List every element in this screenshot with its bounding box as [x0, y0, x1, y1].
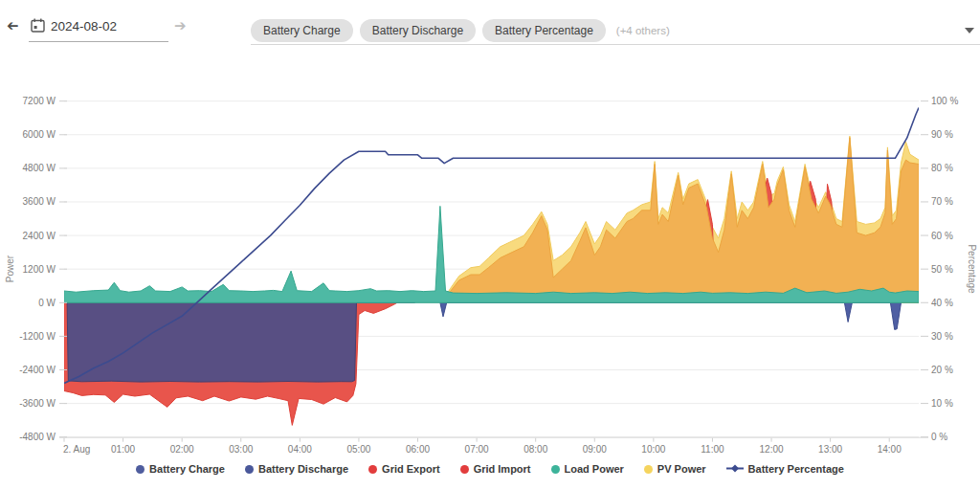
legend-item-battery-discharge[interactable]: Battery Discharge — [245, 463, 348, 475]
x-tick-label: 11:00 — [701, 444, 724, 455]
legend-line-marker-battery-percentage — [726, 463, 744, 475]
legend-dot-load-power — [551, 465, 560, 474]
legend-item-battery-charge[interactable]: Battery Charge — [136, 463, 225, 475]
x-tick-label: 05:00 — [346, 444, 370, 455]
legend-item-load-power[interactable]: Load Power — [551, 463, 624, 475]
x-tick-label: 07:00 — [465, 444, 489, 455]
y-left-tick-label: 6000 W — [23, 129, 56, 140]
y-right-tick-label: 50 % — [931, 264, 953, 275]
y-right-tick-label: 10 % — [931, 398, 953, 409]
legend-item-battery-percentage[interactable]: Battery Percentage — [726, 463, 844, 475]
chart-legend: Battery ChargeBattery DischargeGrid Expo… — [0, 463, 980, 475]
legend-label-battery-charge: Battery Charge — [149, 463, 225, 475]
x-tick-label: 10:00 — [641, 444, 665, 455]
legend-label-pv-power: PV Power — [657, 463, 706, 475]
y-left-tick-label: 0 W — [38, 298, 56, 308]
x-tick-label: 13:00 — [818, 444, 842, 455]
y-left-tick-label: 7200 W — [23, 96, 56, 106]
series-layer — [64, 108, 919, 426]
legend-item-grid-import[interactable]: Grid Import — [460, 463, 531, 475]
x-tick-label: 04:00 — [288, 444, 312, 455]
x-tick-label: 14:00 — [878, 444, 902, 455]
legend-item-grid-export[interactable]: Grid Export — [368, 463, 440, 475]
y-right-tick-label: 100 % — [931, 96, 958, 106]
legend-dot-battery-discharge — [245, 465, 254, 474]
legend-label-grid-import: Grid Import — [474, 463, 531, 475]
y-right-tick-label: 90 % — [931, 129, 953, 140]
y-right-axis-title: Percentage — [967, 244, 977, 294]
y-right-tick-label: 60 % — [931, 231, 953, 241]
x-tick-label: 08:00 — [523, 444, 547, 455]
y-right-tick-label: 0 % — [931, 432, 947, 442]
legend-item-pv-power[interactable]: PV Power — [644, 463, 706, 475]
legend-dot-battery-charge — [136, 465, 145, 474]
y-right-tick-label: 40 % — [931, 298, 953, 308]
legend-label-load-power: Load Power — [565, 463, 624, 475]
x-tick-label: 09:00 — [583, 444, 607, 455]
energy-dashboard: ➔ 2024-08-02 ➔ Battery ChargeBattery Dis… — [0, 0, 980, 489]
x-tick-label: 03:00 — [229, 444, 253, 455]
chart-canvas: 7200 W6000 W4800 W3600 W2400 W1200 W0 W-… — [0, 0, 980, 489]
legend-dot-grid-export — [368, 465, 377, 474]
legend-label-grid-export: Grid Export — [382, 463, 440, 475]
legend-dot-grid-import — [460, 465, 469, 474]
y-right-tick-label: 30 % — [931, 331, 953, 342]
x-tick-label: 01:00 — [111, 444, 135, 455]
x-tick-label: 2. Aug — [63, 444, 90, 455]
y-left-tick-label: -3600 W — [19, 398, 56, 409]
legend-dot-pv-power — [644, 465, 653, 474]
y-left-tick-label: -1200 W — [19, 331, 56, 342]
y-left-tick-label: -2400 W — [19, 365, 56, 375]
y-right-tick-label: 20 % — [931, 365, 953, 375]
legend-label-battery-discharge: Battery Discharge — [258, 463, 348, 475]
x-tick-label: 12:00 — [760, 444, 784, 455]
y-right-tick-label: 70 % — [931, 196, 953, 207]
y-left-tick-label: 4800 W — [23, 163, 56, 173]
y-left-axis-title: Power — [5, 255, 15, 282]
x-tick-label: 02:00 — [170, 444, 194, 455]
y-left-tick-label: 1200 W — [23, 264, 56, 275]
y-left-tick-label: 2400 W — [23, 231, 56, 241]
battery-discharge-area — [440, 302, 902, 329]
y-left-tick-label: -4800 W — [19, 432, 56, 442]
legend-label-battery-percentage: Battery Percentage — [748, 463, 844, 475]
y-left-tick-label: 3600 W — [23, 196, 56, 207]
x-tick-label: 06:00 — [406, 444, 430, 455]
y-right-tick-label: 80 % — [931, 163, 953, 173]
